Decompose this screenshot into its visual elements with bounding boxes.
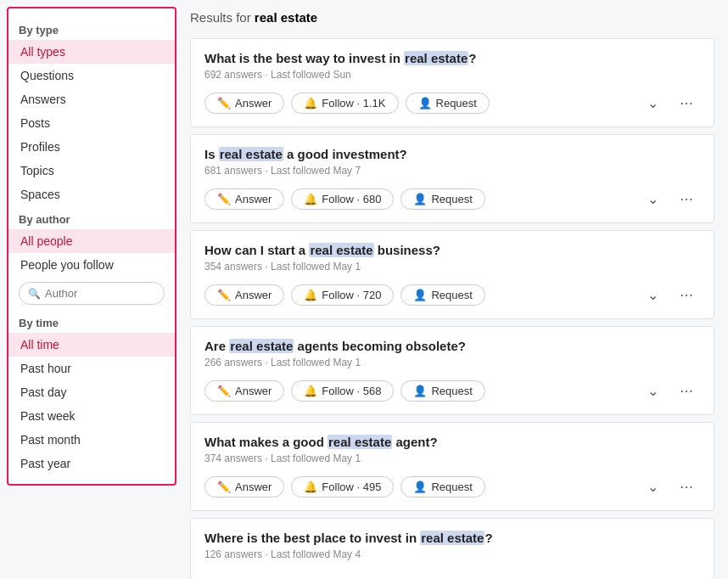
question-actions: ✏️ Answer 🔔 Follow · 495 👤 Request ⌄ ⋯: [204, 473, 700, 500]
author-search-container: 🔍: [19, 282, 165, 305]
answer-button[interactable]: ✏️ Answer: [204, 380, 284, 402]
question-card: How can I start a real estate business? …: [190, 230, 714, 319]
question-meta: 354 answers · Last followed May 1: [204, 261, 700, 273]
downvote-button[interactable]: ⌄: [639, 377, 666, 404]
sidebar-item-past-day[interactable]: Past day: [8, 380, 175, 404]
more-options-button[interactable]: ⋯: [673, 185, 700, 212]
pencil-icon: ✏️: [217, 481, 231, 493]
question-title: Are real estate agents becoming obsolete…: [204, 339, 700, 353]
sidebar-item-past-month[interactable]: Past month: [8, 428, 175, 452]
search-icon: 🔍: [28, 288, 41, 300]
more-options-button[interactable]: ⋯: [673, 281, 700, 308]
request-button[interactable]: 👤 Request: [406, 93, 490, 114]
person-icon: 👤: [418, 97, 432, 110]
question-actions: ✏️ Answer 🔔 Follow · 680 👤 Request ⌄ ⋯: [204, 185, 700, 212]
sidebar: By type All types Questions Answers Post…: [7, 7, 176, 486]
question-actions: ✏️ Answer 🔔 Follow · 568 👤 Request ⌄ ⋯: [204, 377, 700, 404]
question-actions: ✏️ Answer 🔔 Follow · 720 👤 Request ⌄ ⋯: [204, 281, 700, 308]
highlight: real estate: [309, 243, 373, 257]
sidebar-item-answers[interactable]: Answers: [8, 87, 175, 111]
follow-button[interactable]: 🔔 Follow · 568: [291, 380, 394, 402]
question-card: What makes a good real estate agent? 374…: [190, 422, 714, 511]
pencil-icon: ✏️: [217, 97, 231, 110]
bell-icon: 🔔: [304, 481, 317, 493]
question-card: Are real estate agents becoming obsolete…: [190, 326, 714, 415]
person-icon: 👤: [413, 385, 427, 397]
more-options-button[interactable]: ⋯: [673, 473, 700, 500]
question-meta: 692 answers · Last followed Sun: [204, 69, 700, 81]
question-card: Is real estate a good investment? 681 an…: [190, 134, 714, 223]
answer-button[interactable]: ✏️ Answer: [204, 188, 284, 210]
person-icon: 👤: [413, 289, 427, 301]
answer-button[interactable]: ✏️ Answer: [204, 476, 284, 497]
question-meta: 266 answers · Last followed May 1: [204, 357, 700, 368]
follow-button[interactable]: 🔔 Follow · 1.1K: [291, 93, 398, 114]
author-search-input[interactable]: [45, 287, 155, 300]
question-meta: 126 answers · Last followed May 4: [204, 548, 700, 560]
results-prefix: Results for: [190, 10, 255, 25]
sidebar-item-all-types[interactable]: All types: [8, 40, 175, 64]
request-button[interactable]: 👤 Request: [400, 284, 484, 306]
sidebar-item-past-year[interactable]: Past year: [8, 452, 175, 475]
follow-button[interactable]: 🔔 Follow · 495: [291, 476, 394, 497]
pencil-icon: ✏️: [217, 289, 231, 301]
results-query: real estate: [255, 10, 317, 25]
question-card: Where is the best place to invest in rea…: [190, 518, 714, 579]
question-title: Is real estate a good investment?: [204, 147, 700, 161]
follow-button[interactable]: 🔔 Follow · 680: [291, 188, 394, 210]
highlight: real estate: [219, 147, 283, 161]
downvote-button[interactable]: ⌄: [639, 473, 666, 500]
sidebar-item-spaces[interactable]: Spaces: [8, 183, 175, 206]
request-button[interactable]: 👤 Request: [400, 188, 484, 210]
sidebar-item-past-week[interactable]: Past week: [8, 404, 175, 428]
pencil-icon: ✏️: [217, 193, 231, 205]
question-title: What makes a good real estate agent?: [204, 435, 700, 449]
question-card: What is the best way to invest in real e…: [190, 38, 714, 127]
sidebar-item-all-people[interactable]: All people: [8, 229, 175, 253]
answer-button[interactable]: ✏️ Answer: [204, 93, 284, 114]
request-button[interactable]: 👤 Request: [400, 380, 484, 402]
answer-button[interactable]: ✏️ Answer: [204, 284, 284, 306]
highlight: real estate: [420, 531, 484, 545]
follow-button[interactable]: 🔔 Follow · 720: [291, 284, 394, 306]
sidebar-item-people-you-follow[interactable]: People you follow: [8, 253, 175, 277]
question-meta: 681 answers · Last followed May 7: [204, 165, 700, 177]
results-header: Results for real estate: [190, 7, 714, 28]
bell-icon: 🔔: [304, 97, 317, 110]
by-time-label: By time: [8, 310, 175, 333]
question-meta: 374 answers · Last followed May 1: [204, 453, 700, 464]
by-type-label: By type: [8, 17, 175, 40]
more-options-button[interactable]: ⋯: [673, 377, 700, 404]
downvote-button[interactable]: ⌄: [639, 185, 666, 212]
highlight: real estate: [404, 51, 468, 65]
downvote-button[interactable]: ⌄: [639, 89, 666, 116]
main-content: Results for real estate What is the best…: [176, 0, 728, 579]
sidebar-item-posts[interactable]: Posts: [8, 111, 175, 135]
sidebar-item-all-time[interactable]: All time: [8, 333, 175, 357]
bell-icon: 🔔: [304, 193, 317, 205]
question-actions: ✏️ Answer 🔔 Follow · 1.1K 👤 Request ⌄ ⋯: [204, 89, 700, 116]
highlight: real estate: [328, 435, 392, 449]
bell-icon: 🔔: [304, 289, 317, 301]
sidebar-item-topics[interactable]: Topics: [8, 159, 175, 183]
downvote-button[interactable]: ⌄: [639, 281, 666, 308]
person-icon: 👤: [413, 193, 427, 205]
highlight: real estate: [229, 339, 294, 353]
question-title: How can I start a real estate business?: [204, 243, 700, 257]
request-button[interactable]: 👤 Request: [400, 476, 484, 497]
pencil-icon: ✏️: [217, 385, 231, 397]
by-author-label: By author: [8, 206, 175, 229]
sidebar-item-profiles[interactable]: Profiles: [8, 135, 175, 159]
person-icon: 👤: [413, 481, 427, 493]
sidebar-item-past-hour[interactable]: Past hour: [8, 357, 175, 380]
sidebar-item-questions[interactable]: Questions: [8, 64, 175, 87]
bell-icon: 🔔: [304, 385, 317, 397]
more-options-button[interactable]: ⋯: [673, 89, 700, 116]
question-title: Where is the best place to invest in rea…: [204, 531, 700, 545]
question-title: What is the best way to invest in real e…: [204, 51, 700, 65]
